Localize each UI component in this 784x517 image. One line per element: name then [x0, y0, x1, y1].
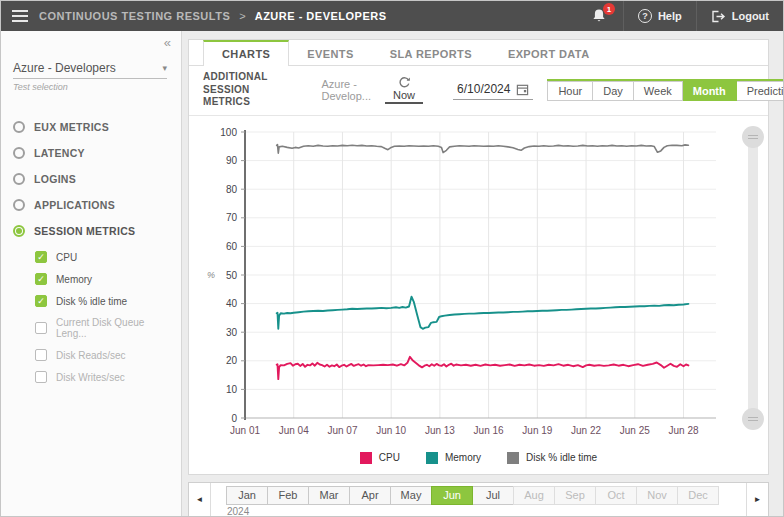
- month-button-jan[interactable]: Jan: [226, 486, 268, 505]
- legend-label: CPU: [379, 452, 400, 463]
- sidebar-item-session-metrics[interactable]: SESSION METRICS: [1, 218, 181, 244]
- help-button[interactable]: ? Help: [623, 1, 696, 31]
- svg-text:90: 90: [226, 155, 238, 166]
- svg-text:Jun 16: Jun 16: [474, 425, 504, 436]
- sidebar-item-eux-metrics[interactable]: EUX METRICS: [1, 114, 181, 140]
- test-select-value: Azure - Developers: [13, 61, 116, 75]
- svg-text:50: 50: [226, 269, 238, 280]
- tab-bar: CHARTSEVENTSSLA REPORTSEXPORT DATA: [189, 40, 768, 66]
- session-metric-list: ✓CPU✓Memory✓Disk % idle timeCurrent Disk…: [1, 246, 181, 388]
- range-button-prediction[interactable]: Prediction: [737, 81, 784, 101]
- range-button-hour[interactable]: Hour: [547, 81, 593, 101]
- charts-panel: CHARTSEVENTSSLA REPORTSEXPORT DATA ADDIT…: [188, 39, 769, 475]
- next-year-arrow[interactable]: ►: [746, 483, 768, 517]
- svg-text:0: 0: [231, 412, 237, 423]
- logout-button[interactable]: Logout: [696, 1, 783, 31]
- svg-text:%: %: [207, 270, 215, 280]
- chart-vertical-range-slider[interactable]: [748, 132, 758, 424]
- sidebar-item-label: LOGINS: [34, 173, 76, 185]
- chart-toolbar: ADDITIONAL SESSION METRICS Azure - Devel…: [189, 66, 768, 116]
- svg-text:Jun 19: Jun 19: [522, 425, 552, 436]
- legend-item-cpu[interactable]: CPU: [360, 452, 400, 464]
- notifications-button[interactable]: 1: [575, 1, 623, 31]
- notification-badge: 1: [603, 3, 615, 15]
- tab-export-data[interactable]: EXPORT DATA: [490, 40, 608, 65]
- year-label: 2024: [227, 506, 738, 517]
- svg-text:30: 30: [226, 326, 238, 337]
- range-button-day[interactable]: Day: [593, 81, 634, 101]
- radio-icon: [13, 121, 25, 133]
- legend-item-disk-idle-time[interactable]: Disk % idle time: [507, 452, 597, 464]
- now-button[interactable]: Now: [385, 76, 423, 104]
- sidebar-item-label: APPLICATIONS: [34, 199, 115, 211]
- panel-title: ADDITIONAL SESSION METRICS: [203, 71, 267, 109]
- legend-swatch: [426, 452, 438, 464]
- months-row: JanFebMarAprMayJunJulAugSepOctNovDec: [227, 486, 738, 505]
- month-button-jul[interactable]: Jul: [472, 486, 514, 505]
- toolbar-test-name: Azure - Develop...: [321, 78, 371, 102]
- help-label: Help: [658, 10, 682, 22]
- help-icon: ?: [638, 9, 652, 23]
- month-button-jun[interactable]: Jun: [431, 486, 473, 505]
- svg-text:70: 70: [226, 212, 238, 223]
- tab-charts[interactable]: CHARTS: [203, 40, 289, 66]
- refresh-icon: [398, 76, 411, 89]
- metric-label: Disk Writes/sec: [56, 372, 125, 383]
- logout-label: Logout: [732, 10, 769, 22]
- series-line-cpu: [277, 356, 689, 378]
- date-input[interactable]: 6/10/2024: [453, 80, 533, 100]
- main-area: CHARTSEVENTSSLA REPORTSEXPORT DATA ADDIT…: [182, 31, 783, 516]
- test-select-caption: Test selection: [13, 82, 167, 92]
- svg-text:Jun 22: Jun 22: [571, 425, 601, 436]
- sidebar-item-label: SESSION METRICS: [34, 225, 135, 237]
- sidebar-item-latency[interactable]: LATENCY: [1, 140, 181, 166]
- hamburger-menu-icon[interactable]: [1, 10, 39, 22]
- chart-svg: 0102030405060708090100Jun 01Jun 04Jun 07…: [195, 120, 755, 446]
- checkbox-icon: [35, 322, 47, 334]
- range-button-week[interactable]: Week: [634, 81, 683, 101]
- sidebar: « Azure - Developers ▾ Test selection EU…: [1, 31, 182, 516]
- slider-handle-bottom[interactable]: [742, 408, 764, 430]
- metric-checkbox-disk-writes-sec[interactable]: Disk Writes/sec: [1, 366, 181, 388]
- tab-sla-reports[interactable]: SLA REPORTS: [372, 40, 490, 65]
- radio-icon: [13, 147, 25, 159]
- svg-text:Jun 07: Jun 07: [327, 425, 357, 436]
- metric-checkbox-cpu[interactable]: ✓CPU: [1, 246, 181, 268]
- month-button-may[interactable]: May: [390, 486, 432, 505]
- metric-checkbox-disk-idle-time[interactable]: ✓Disk % idle time: [1, 290, 181, 312]
- metric-label: Current Disk Queue Leng...: [56, 317, 169, 339]
- series-line-memory: [277, 296, 689, 328]
- months-container: JanFebMarAprMayJunJulAugSepOctNovDec 202…: [211, 483, 746, 517]
- sidebar-item-logins[interactable]: LOGINS: [1, 166, 181, 192]
- checkbox-icon: ✓: [35, 251, 47, 263]
- breadcrumb-parent[interactable]: CONTINUOUS TESTING RESULTS: [39, 10, 230, 22]
- month-button-apr[interactable]: Apr: [349, 486, 391, 505]
- svg-text:40: 40: [226, 298, 238, 309]
- chart-zone: 0102030405060708090100Jun 01Jun 04Jun 07…: [189, 116, 768, 450]
- test-select-dropdown[interactable]: Azure - Developers ▾: [13, 61, 167, 79]
- metric-label: Disk Reads/sec: [56, 350, 125, 361]
- svg-text:100: 100: [220, 126, 237, 137]
- slider-handle-top[interactable]: [742, 126, 764, 148]
- legend-label: Disk % idle time: [526, 452, 597, 463]
- svg-text:10: 10: [226, 383, 238, 394]
- chevron-down-icon: ▾: [162, 63, 167, 73]
- legend-item-memory[interactable]: Memory: [426, 452, 481, 464]
- range-button-month[interactable]: Month: [683, 81, 737, 101]
- metric-checkbox-current-disk-queue-leng[interactable]: Current Disk Queue Leng...: [1, 312, 181, 344]
- svg-text:80: 80: [226, 183, 238, 194]
- app-window: CONTINUOUS TESTING RESULTS > AZURE - DEV…: [0, 0, 784, 517]
- legend-swatch: [360, 452, 372, 464]
- month-button-mar[interactable]: Mar: [308, 486, 350, 505]
- month-button-oct: Oct: [595, 486, 637, 505]
- month-button-feb[interactable]: Feb: [267, 486, 309, 505]
- metric-checkbox-disk-reads-sec[interactable]: Disk Reads/sec: [1, 344, 181, 366]
- metric-checkbox-memory[interactable]: ✓Memory: [1, 268, 181, 290]
- sidebar-item-label: LATENCY: [34, 147, 85, 159]
- tab-events[interactable]: EVENTS: [289, 40, 371, 65]
- previous-year-arrow[interactable]: ◄: [189, 483, 211, 517]
- svg-text:Jun 13: Jun 13: [425, 425, 455, 436]
- sidebar-item-applications[interactable]: APPLICATIONS: [1, 192, 181, 218]
- sidebar-collapse-icon[interactable]: «: [164, 35, 171, 50]
- radio-icon: [13, 199, 25, 211]
